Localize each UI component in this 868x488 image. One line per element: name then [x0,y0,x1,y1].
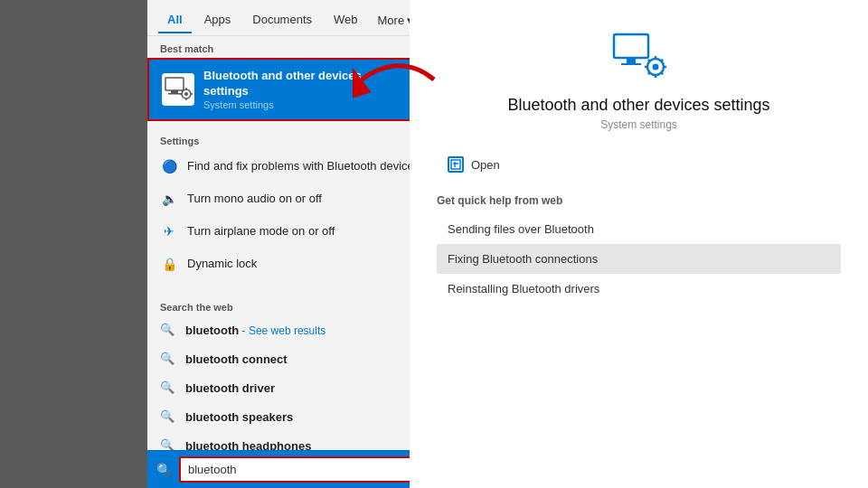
svg-line-19 [647,60,649,61]
best-match-icon [162,73,194,106]
best-match-title: Bluetooth and other devices settings [203,69,362,99]
svg-rect-11 [627,58,636,63]
svg-rect-12 [621,63,641,65]
bluetooth-settings-icon [163,74,193,105]
bluetooth-icon: 🔵 [160,157,178,175]
right-panel-subtitle: System settings [437,118,841,131]
best-match-title-span: Bluetooth [203,69,259,82]
quick-help-item-1[interactable]: Fixing Bluetooth connections [437,244,841,274]
open-button[interactable]: Open [437,149,841,180]
search-icon-3: 🔍 [160,409,176,426]
quick-help-label: Get quick help from web [437,194,841,207]
svg-point-4 [184,92,188,96]
right-panel-title: Bluetooth and other devices settings [437,96,841,115]
svg-point-14 [652,64,658,70]
tab-web[interactable]: Web [325,7,367,33]
search-icon-4: 🔍 [160,438,176,450]
svg-line-20 [661,72,663,74]
right-icon-area [437,27,841,85]
svg-rect-10 [614,34,648,58]
search-icon-0: 🔍 [160,323,176,339]
tab-all[interactable]: All [158,7,192,33]
audio-icon: 🔈 [160,190,178,208]
search-icon-2: 🔍 [160,380,176,397]
lock-icon: 🔒 [160,255,178,273]
best-match-subtitle: System settings [203,99,362,110]
svg-rect-23 [451,160,460,169]
search-icon-1: 🔍 [160,352,176,368]
right-panel: Bluetooth and other devices settings Sys… [410,0,868,488]
right-panel-icon [610,27,668,85]
svg-line-22 [647,72,649,74]
best-match-text: Bluetooth and other devices settings Sys… [203,69,362,110]
search-bar-icon: 🔍 [156,463,172,477]
tab-documents[interactable]: Documents [243,7,321,33]
open-label: Open [471,158,500,172]
open-icon [448,156,464,173]
tab-apps[interactable]: Apps [195,7,241,33]
svg-rect-1 [171,90,178,93]
svg-rect-0 [165,78,184,90]
quick-help-item-0[interactable]: Sending files over Bluetooth [437,214,841,244]
svg-rect-2 [168,93,181,95]
airplane-icon: ✈ [160,222,178,240]
quick-help-item-2[interactable]: Reinstalling Bluetooth drivers [437,274,841,304]
right-panel-settings-icon [610,27,668,85]
svg-line-21 [661,60,663,61]
